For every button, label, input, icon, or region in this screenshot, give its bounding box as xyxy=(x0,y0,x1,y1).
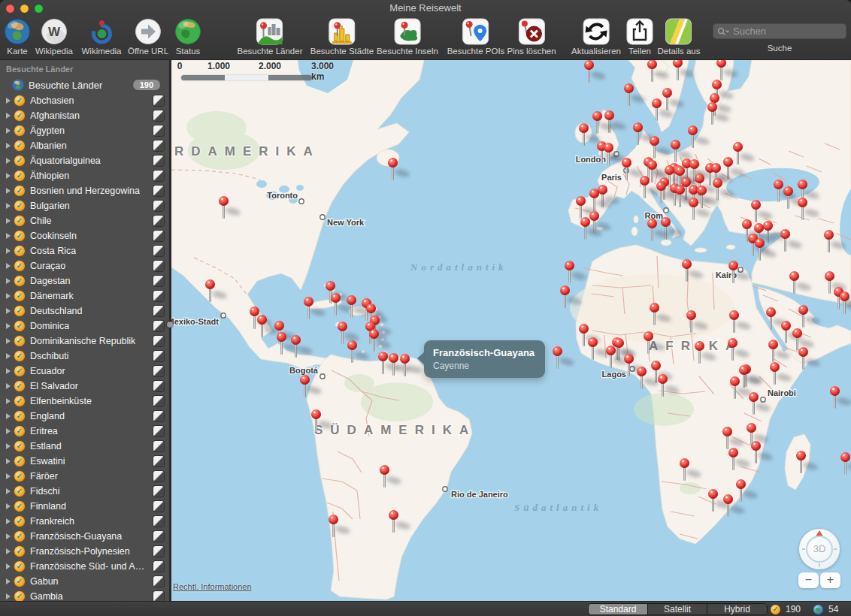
disclosure-triangle-icon[interactable] xyxy=(6,548,11,554)
toolbar-item-globe-earth[interactable]: Karte xyxy=(4,18,31,56)
toolbar-item-wikipedia[interactable]: WWikipedia xyxy=(35,18,73,56)
sidebar-country-row[interactable]: Dagestan xyxy=(0,273,169,288)
edit-note-icon[interactable] xyxy=(153,561,164,572)
edit-note-icon[interactable] xyxy=(153,261,164,271)
edit-note-icon[interactable] xyxy=(153,531,164,542)
splitter-knob[interactable] xyxy=(167,322,173,328)
disclosure-triangle-icon[interactable] xyxy=(6,263,11,269)
disclosure-triangle-icon[interactable] xyxy=(6,173,11,179)
edit-note-icon[interactable] xyxy=(153,216,164,226)
sidebar-country-row[interactable]: Frankreich xyxy=(0,514,169,529)
edit-note-icon[interactable] xyxy=(153,546,164,557)
disclosure-triangle-icon[interactable] xyxy=(6,368,11,374)
sidebar-country-row[interactable]: Bulgarien xyxy=(0,198,169,213)
sidebar-country-row[interactable]: Französisch-Guayana xyxy=(0,529,169,544)
sidebar-country-row[interactable]: Elfenbeinküste xyxy=(0,394,169,409)
sidebar-country-row[interactable]: Gambia xyxy=(0,589,169,601)
edit-note-icon[interactable] xyxy=(153,156,164,166)
disclosure-triangle-icon[interactable] xyxy=(6,473,11,479)
disclosure-triangle-icon[interactable] xyxy=(6,353,11,359)
disclosure-triangle-icon[interactable] xyxy=(6,278,11,284)
disclosure-triangle-icon[interactable] xyxy=(6,338,11,344)
edit-note-icon[interactable] xyxy=(153,441,164,451)
edit-note-icon[interactable] xyxy=(153,125,164,136)
disclosure-triangle-icon[interactable] xyxy=(6,593,11,599)
toolbar-item-share[interactable]: Teilen xyxy=(626,18,653,56)
sidebar-country-row[interactable]: England xyxy=(0,409,169,424)
sidebar-country-row[interactable]: Französische Süd- und Ant... xyxy=(0,559,169,574)
zoom-in-button[interactable]: + xyxy=(820,572,840,588)
disclosure-triangle-icon[interactable] xyxy=(6,428,11,434)
toolbar-item-open-url[interactable]: Öffne URL xyxy=(128,18,168,56)
toolbar-item-map-details[interactable]: Details aus xyxy=(658,18,701,56)
edit-note-icon[interactable] xyxy=(153,456,164,467)
disclosure-triangle-icon[interactable] xyxy=(6,98,11,104)
pane-splitter[interactable] xyxy=(169,60,171,601)
sidebar-country-row[interactable]: Eritrea xyxy=(0,424,169,439)
disclosure-triangle-icon[interactable] xyxy=(6,233,11,239)
edit-note-icon[interactable] xyxy=(153,426,164,436)
sidebar-country-row[interactable]: Gabun xyxy=(0,574,169,589)
sidebar-country-row[interactable]: Dominica xyxy=(0,319,169,334)
toolbar-item-visited-countries[interactable]: Besuchte Länder xyxy=(238,18,303,56)
sidebar-country-row[interactable]: Ecuador xyxy=(0,364,169,379)
edit-note-icon[interactable] xyxy=(153,381,164,391)
sidebar-country-row[interactable]: Chile xyxy=(0,213,169,228)
edit-note-icon[interactable] xyxy=(153,351,164,361)
edit-note-icon[interactable] xyxy=(153,396,164,406)
edit-note-icon[interactable] xyxy=(153,306,164,316)
disclosure-triangle-icon[interactable] xyxy=(6,503,11,509)
disclosure-triangle-icon[interactable] xyxy=(6,203,11,209)
sidebar-country-row[interactable]: Eswatini xyxy=(0,454,169,469)
toolbar-item-refresh[interactable]: Aktualisieren xyxy=(571,18,621,56)
disclosure-triangle-icon[interactable] xyxy=(6,293,11,299)
sidebar-country-row[interactable]: Cookinseln xyxy=(0,228,169,243)
sidebar-country-row[interactable]: Finnland xyxy=(0,499,169,514)
disclosure-triangle-icon[interactable] xyxy=(6,398,11,404)
disclosure-triangle-icon[interactable] xyxy=(6,143,11,149)
compass-3d-control[interactable]: 3D xyxy=(799,529,840,569)
disclosure-triangle-icon[interactable] xyxy=(6,113,11,119)
edit-note-icon[interactable] xyxy=(153,231,164,241)
sidebar-country-row[interactable]: El Salvador xyxy=(0,379,169,394)
disclosure-triangle-icon[interactable] xyxy=(6,158,11,164)
toolbar-item-visited-pois[interactable]: Besuchte POIs xyxy=(447,18,505,56)
disclosure-triangle-icon[interactable] xyxy=(6,323,11,329)
edit-note-icon[interactable] xyxy=(153,591,164,601)
disclosure-triangle-icon[interactable] xyxy=(6,218,11,224)
edit-note-icon[interactable] xyxy=(153,201,164,211)
toolbar-item-delete-pins[interactable]: Pins löschen xyxy=(507,18,556,56)
search-input[interactable]: Suchen xyxy=(713,23,846,39)
sidebar-country-row[interactable]: Äthiopien xyxy=(0,168,169,183)
sidebar-country-row[interactable]: Albanien xyxy=(0,138,169,153)
edit-note-icon[interactable] xyxy=(153,576,164,587)
disclosure-triangle-icon[interactable] xyxy=(6,533,11,539)
sidebar-country-row[interactable]: Estland xyxy=(0,439,169,454)
sidebar-country-row[interactable]: Costa Rica xyxy=(0,243,169,258)
toolbar-item-globe-green[interactable]: Status xyxy=(174,18,201,56)
sidebar-country-row[interactable]: Französisch-Polynesien xyxy=(0,544,169,559)
sidebar-country-row[interactable]: Afghanistan xyxy=(0,108,169,123)
edit-note-icon[interactable] xyxy=(153,246,164,256)
sidebar-root-item[interactable]: Besuchte Länder 190 xyxy=(0,77,169,93)
edit-note-icon[interactable] xyxy=(153,411,164,421)
edit-note-icon[interactable] xyxy=(153,516,164,527)
disclosure-triangle-icon[interactable] xyxy=(6,578,11,584)
disclosure-triangle-icon[interactable] xyxy=(6,128,11,134)
edit-note-icon[interactable] xyxy=(153,471,164,482)
disclosure-triangle-icon[interactable] xyxy=(6,188,11,194)
edit-note-icon[interactable] xyxy=(153,186,164,196)
toolbar-item-wikimedia[interactable]: Wikimedia xyxy=(81,18,121,56)
edit-note-icon[interactable] xyxy=(153,321,164,331)
toolbar-item-visited-islands[interactable]: Besuchte Inseln xyxy=(377,18,438,56)
edit-note-icon[interactable] xyxy=(153,276,164,286)
disclosure-triangle-icon[interactable] xyxy=(6,308,11,314)
sidebar-country-row[interactable]: Abchasien xyxy=(0,93,169,108)
disclosure-triangle-icon[interactable] xyxy=(6,248,11,254)
map-view[interactable]: RDAMERIKASÜDAMERIKAAFRIKANordatlantikSüd… xyxy=(171,60,851,601)
sidebar-country-row[interactable]: Curaçao xyxy=(0,258,169,273)
disclosure-triangle-icon[interactable] xyxy=(6,563,11,569)
edit-note-icon[interactable] xyxy=(153,95,164,106)
legal-info-link[interactable]: Rechtl. Informationen xyxy=(173,582,252,591)
map-type-hybrid[interactable]: Hybrid xyxy=(707,604,767,614)
